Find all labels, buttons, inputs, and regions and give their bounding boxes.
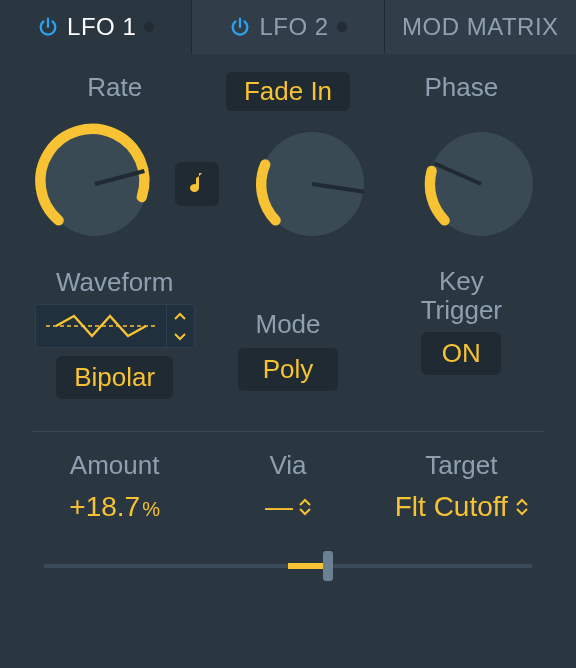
chevron-up-icon[interactable] [167, 305, 194, 326]
activity-dot-icon [337, 22, 347, 32]
activity-dot-icon [144, 22, 154, 32]
tab-label: MOD MATRIX [402, 13, 559, 41]
waveform-stepper[interactable] [166, 305, 194, 347]
divider [32, 431, 544, 432]
waveform-label: Waveform [56, 267, 174, 298]
rate-label: Rate [87, 72, 142, 103]
waveform-select[interactable] [35, 304, 195, 348]
stepper-icon [516, 498, 528, 516]
chevron-down-icon[interactable] [167, 326, 194, 347]
tab-lfo-1[interactable]: LFO 1 [0, 0, 192, 54]
rate-knob[interactable] [30, 119, 160, 249]
power-icon[interactable] [37, 16, 59, 38]
tab-lfo-2[interactable]: LFO 2 [192, 0, 384, 54]
waveform-icon [36, 312, 166, 340]
target-label: Target [425, 450, 497, 481]
amount-value[interactable]: +18.7% [69, 491, 160, 523]
via-select[interactable]: — [265, 491, 311, 523]
stepper-icon [299, 498, 311, 516]
slider-thumb[interactable] [323, 551, 333, 581]
tab-label: LFO 2 [259, 13, 328, 41]
bipolar-button[interactable]: Bipolar [56, 356, 173, 399]
via-label: Via [269, 450, 306, 481]
sync-button[interactable] [175, 162, 219, 206]
note-icon [185, 169, 209, 199]
amount-slider[interactable] [44, 551, 532, 581]
tab-mod-matrix[interactable]: MOD MATRIX [385, 0, 576, 54]
fadein-knob[interactable] [247, 119, 377, 249]
power-icon[interactable] [229, 16, 251, 38]
phase-label: Phase [424, 72, 498, 103]
fadein-label-button[interactable]: Fade In [226, 72, 350, 111]
mode-label: Mode [255, 309, 320, 340]
phase-knob[interactable] [416, 119, 546, 249]
target-select[interactable]: Flt Cutoff [395, 491, 528, 523]
mode-button[interactable]: Poly [238, 348, 338, 391]
tab-label: LFO 1 [67, 13, 136, 41]
slider-fill [288, 563, 328, 569]
keytrigger-label: Key Trigger [421, 267, 502, 324]
amount-label: Amount [70, 450, 160, 481]
keytrigger-button[interactable]: ON [421, 332, 501, 375]
